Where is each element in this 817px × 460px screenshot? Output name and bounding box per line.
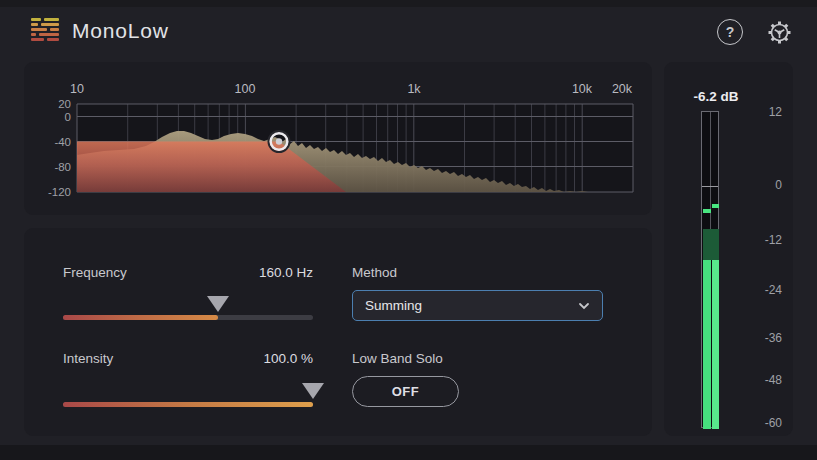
frequency-value: 160.0 Hz — [203, 265, 313, 280]
plugin-window: MonoLow ? 101001k10k20k200-40-80-120 Fre… — [0, 0, 817, 460]
freq-tick-label: 100 — [235, 82, 256, 96]
db-tick-label: 0 — [65, 111, 71, 123]
meter-segment — [703, 229, 719, 260]
spectrum-panel: 101001k10k20k200-40-80-120 — [24, 62, 652, 215]
intensity-slider-fill — [63, 402, 313, 407]
level-meter — [701, 111, 719, 428]
crossover-marker-dot[interactable] — [276, 138, 282, 144]
meter-zero-line — [702, 186, 718, 187]
db-tick-label: -80 — [54, 161, 71, 173]
intensity-label: Intensity — [63, 351, 113, 366]
freq-tick-label: 20k — [612, 82, 633, 96]
meter-scale-label: -48 — [742, 373, 782, 387]
meter-scale-label: 12 — [742, 105, 782, 119]
meter-readout: -6.2 dB — [664, 89, 768, 104]
gear-icon — [769, 22, 791, 44]
intensity-slider-track[interactable] — [63, 402, 313, 407]
low-band-solo-state: OFF — [392, 384, 420, 399]
logo-bar — [47, 38, 59, 41]
chevron-down-icon — [578, 302, 590, 310]
logo-bar — [39, 33, 59, 36]
intensity-slider-handle[interactable] — [302, 383, 324, 399]
meter-scale-label: -12 — [742, 233, 782, 247]
meter-scale-label: 0 — [742, 178, 782, 192]
db-tick-label: -120 — [48, 186, 71, 198]
control-panel: Frequency 160.0 Hz Intensity 100.0 % Met… — [24, 228, 652, 436]
header: MonoLow ? — [0, 7, 817, 60]
logo-bar — [31, 18, 41, 21]
question-mark-icon: ? — [726, 24, 735, 40]
low-band-solo-label: Low Band Solo — [352, 351, 443, 366]
meter-scale-label: -24 — [742, 283, 782, 297]
freq-tick-label: 1k — [407, 82, 421, 96]
page-title: MonoLow — [72, 19, 169, 43]
window-bottom-edge — [0, 445, 817, 460]
freq-tick-label: 10k — [572, 82, 593, 96]
low-band-solo-toggle[interactable]: OFF — [352, 376, 459, 407]
spectrum-analyzer: 101001k10k20k200-40-80-120 — [24, 62, 652, 215]
meter-segment — [703, 209, 711, 213]
db-tick-label: 20 — [58, 98, 71, 110]
help-button[interactable]: ? — [717, 19, 743, 45]
meter-scale-label: -60 — [742, 416, 782, 430]
meter-segment — [712, 260, 720, 429]
frequency-label: Frequency — [63, 265, 127, 280]
logo-bar — [44, 18, 59, 21]
meter-segment — [703, 260, 711, 429]
meter-scale-label: -36 — [742, 331, 782, 345]
frequency-slider-handle[interactable] — [207, 296, 229, 312]
meter-panel: -6.2 dB 120-12-24-36-48-60 — [664, 62, 793, 436]
intensity-value: 100.0 % — [203, 351, 313, 366]
frequency-slider-track[interactable] — [63, 315, 313, 320]
method-dropdown[interactable]: Summing — [352, 290, 603, 321]
logo-bar — [31, 28, 47, 31]
frequency-slider-fill — [63, 315, 218, 320]
app-logo-icon — [30, 15, 60, 45]
db-tick-label: -40 — [54, 136, 71, 148]
logo-bar — [41, 23, 59, 26]
window-top-edge — [0, 0, 817, 7]
logo-bar — [31, 23, 38, 26]
intensity-slider[interactable] — [63, 383, 313, 409]
logo-bar — [31, 38, 44, 41]
frequency-slider[interactable] — [63, 296, 313, 322]
method-label: Method — [352, 265, 397, 280]
logo-bar — [50, 28, 59, 31]
meter-segment — [712, 204, 720, 208]
settings-button[interactable] — [764, 17, 795, 48]
freq-tick-label: 10 — [70, 82, 84, 96]
method-selected-value: Summing — [365, 298, 578, 313]
logo-bar — [31, 33, 36, 36]
